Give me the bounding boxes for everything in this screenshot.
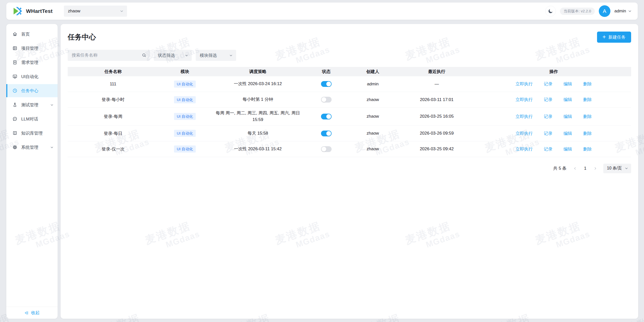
- sidebar-item-label: 测试管理: [21, 102, 38, 108]
- main-content: 任务中心 + 新建任务 状态筛选 模块筛选 任务名称 模块: [61, 24, 638, 319]
- sidebar-item-home[interactable]: 首页: [6, 28, 58, 41]
- status-toggle[interactable]: [321, 146, 332, 152]
- sidebar-item-system-management[interactable]: 系统管理: [6, 141, 58, 154]
- next-page-button[interactable]: [591, 164, 599, 172]
- module-filter-select[interactable]: 模块筛选: [196, 50, 236, 61]
- column-header: 任务名称: [68, 69, 158, 75]
- delete-link[interactable]: 删除: [583, 146, 592, 152]
- edit-link[interactable]: 编辑: [563, 81, 572, 87]
- sidebar-collapse-button[interactable]: 收起: [6, 307, 58, 319]
- toggle-knob: [326, 82, 331, 86]
- records-link[interactable]: 记录: [544, 131, 552, 136]
- task-name-cell: 登录-仅一次: [68, 146, 158, 152]
- chevron-down-icon: [628, 9, 632, 13]
- column-header: 最近执行: [397, 69, 476, 75]
- chevron-down-icon: [50, 146, 54, 149]
- chevron-right-icon: [593, 167, 597, 170]
- toggle-knob: [321, 147, 326, 152]
- records-link[interactable]: 记录: [544, 146, 552, 152]
- search-icon: [142, 53, 146, 58]
- last-run-cell: 2026-03-11 17:01: [397, 97, 476, 102]
- sidebar-nav: 首页 项目管理 需求管理 UI自动化 任务中心: [6, 24, 58, 154]
- column-header: 创建人: [348, 69, 397, 75]
- page-number[interactable]: 1: [581, 164, 589, 172]
- run-now-link[interactable]: 立即执行: [515, 97, 533, 103]
- actions-cell: 立即执行 记录 编辑 删除: [476, 146, 631, 152]
- status-toggle[interactable]: [321, 131, 332, 136]
- avatar[interactable]: A: [599, 5, 610, 17]
- prev-page-button[interactable]: [571, 164, 579, 172]
- status-toggle[interactable]: [321, 97, 332, 103]
- sidebar-item-label: 项目管理: [21, 45, 38, 51]
- sidebar-item-knowledge-base[interactable]: 知识库管理: [6, 127, 58, 140]
- module-tag: UI 自动化: [174, 81, 196, 88]
- records-link[interactable]: 记录: [544, 81, 552, 87]
- delete-link[interactable]: 删除: [583, 97, 592, 103]
- page-size-select[interactable]: 10 条/页: [603, 164, 631, 173]
- delete-link[interactable]: 删除: [583, 114, 592, 119]
- version-badge: 当前版本: v2.2.0: [560, 8, 595, 15]
- search-input[interactable]: [68, 50, 150, 61]
- delete-link[interactable]: 删除: [583, 131, 592, 136]
- edit-link[interactable]: 编辑: [563, 131, 572, 136]
- table-row: 登录-仅一次 UI 自动化 一次性 2026-03-11 15:42 zhaow…: [68, 141, 631, 157]
- run-now-link[interactable]: 立即执行: [515, 146, 533, 152]
- run-now-link[interactable]: 立即执行: [515, 81, 533, 87]
- records-link[interactable]: 记录: [544, 114, 552, 119]
- status-cell: [304, 114, 348, 119]
- column-header: 状态: [304, 69, 348, 75]
- toggle-knob: [321, 97, 326, 102]
- new-task-button[interactable]: + 新建任务: [597, 32, 631, 43]
- edit-link[interactable]: 编辑: [563, 97, 572, 103]
- theme-toggle-button[interactable]: [545, 6, 556, 16]
- moon-icon: [548, 8, 553, 14]
- module-cell: UI 自动化: [158, 113, 211, 120]
- user-menu[interactable]: admin: [614, 9, 632, 14]
- chevron-down-icon: [120, 9, 123, 13]
- actions-cell: 立即执行 记录 编辑 删除: [476, 131, 631, 136]
- sidebar-item-label: UI自动化: [21, 74, 38, 80]
- module-filter-label: 模块筛选: [200, 53, 217, 58]
- run-now-link[interactable]: 立即执行: [515, 114, 533, 119]
- project-select-value: zhaow: [68, 9, 80, 14]
- chevron-down-icon: [229, 54, 233, 57]
- table-row: 登录-每小时 UI 自动化 每小时第 1 分钟 zhaow 2026-03-11…: [68, 92, 631, 108]
- creator-cell: zhaow: [348, 131, 397, 136]
- module-tag: UI 自动化: [174, 130, 196, 137]
- chat-icon: [12, 116, 17, 121]
- status-cell: [304, 146, 348, 152]
- edit-link[interactable]: 编辑: [563, 146, 572, 152]
- status-cell: [304, 131, 348, 136]
- pagination: 共 5 条 1 10 条/页: [68, 164, 631, 173]
- run-now-link[interactable]: 立即执行: [515, 131, 533, 136]
- chevron-down-icon: [625, 167, 628, 170]
- column-header: 调度策略: [211, 69, 304, 75]
- table-row: 登录-每周 UI 自动化 每周 周一, 周二, 周三, 周四, 周五, 周六, …: [68, 108, 631, 126]
- status-toggle[interactable]: [321, 81, 332, 87]
- collapse-label: 收起: [31, 310, 40, 316]
- module-cell: UI 自动化: [158, 81, 211, 88]
- sidebar-item-requirements[interactable]: 需求管理: [6, 56, 58, 69]
- records-link[interactable]: 记录: [544, 97, 552, 103]
- sidebar-item-test-management[interactable]: 测试管理: [6, 98, 58, 111]
- ui-automation-icon: [12, 74, 17, 79]
- status-toggle[interactable]: [321, 114, 332, 119]
- sidebar-item-projects[interactable]: 项目管理: [6, 42, 58, 55]
- sidebar-item-label: LLM对话: [21, 116, 38, 122]
- status-filter-select[interactable]: 状态筛选: [154, 50, 192, 61]
- module-tag: UI 自动化: [174, 145, 196, 153]
- project-select[interactable]: zhaow: [64, 6, 127, 17]
- flask-icon: [12, 102, 17, 107]
- app-logo-icon: [12, 6, 23, 16]
- sidebar-item-ui-automation[interactable]: UI自动化: [6, 70, 58, 83]
- actions-cell: 立即执行 记录 编辑 删除: [476, 114, 631, 119]
- sidebar-item-task-center[interactable]: 任务中心: [6, 84, 58, 97]
- sidebar-item-llm-chat[interactable]: LLM对话: [6, 112, 58, 126]
- schedule-cell: 每天 15:58: [211, 128, 304, 139]
- status-cell: [304, 81, 348, 87]
- edit-link[interactable]: 编辑: [563, 114, 572, 119]
- brand: WHartTest: [12, 6, 53, 16]
- delete-link[interactable]: 删除: [583, 81, 592, 87]
- creator-cell: zhaow: [348, 114, 397, 119]
- schedule-cell: 每周 周一, 周二, 周三, 周四, 周五, 周六, 周日 15:59: [211, 108, 304, 126]
